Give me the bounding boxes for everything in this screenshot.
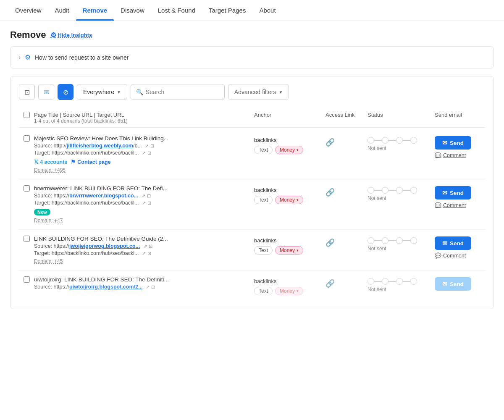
nav-lost-found[interactable]: Lost & Found: [151, 0, 202, 21]
anchor-word: backlinks: [254, 187, 326, 193]
hide-insights-button[interactable]: ⚙ Hide insights: [50, 31, 92, 39]
send-col: ✉ Send: [435, 276, 485, 291]
nav-audit[interactable]: Audit: [48, 0, 76, 21]
block-icon: ⊘: [63, 88, 68, 96]
step-line-3: [403, 240, 410, 241]
external-link-icon[interactable]: ↗: [145, 143, 149, 149]
money-tag[interactable]: Money ▾: [275, 196, 303, 204]
copy-icon: ⊡: [24, 88, 30, 96]
page-title-text: Remove: [10, 29, 46, 40]
step-line-1: [374, 190, 382, 191]
row-source: Source: https://uiwtoijroirg.blogspot.co…: [34, 284, 254, 290]
external-link-icon[interactable]: ↗: [142, 150, 146, 156]
source-link[interactable]: brwrrrwwerer.blogspot.co...: [69, 193, 138, 199]
money-tag[interactable]: Money ▾: [275, 146, 303, 154]
status-text: Not sent: [368, 286, 435, 292]
source-link[interactable]: jillfleisherblog.weebly.com: [67, 143, 133, 149]
text-tag[interactable]: Text: [254, 246, 273, 255]
step-line-3: [403, 281, 410, 282]
email-icon: ✉: [442, 240, 447, 247]
money-tag[interactable]: Money ▾: [275, 287, 303, 295]
source-link[interactable]: jwoijeigorwog.blogspot.co...: [69, 243, 140, 249]
anchor-tags: Text Money ▾: [254, 196, 326, 204]
text-tag[interactable]: Text: [254, 287, 273, 295]
external-link-icon[interactable]: ↗: [146, 284, 150, 290]
table-row: LINK BUILDING FOR SEO: The Definitive Gu…: [19, 230, 485, 270]
external-link-icon[interactable]: ↗: [142, 193, 145, 199]
location-dropdown[interactable]: Everywhere ▼: [77, 84, 127, 100]
search-input[interactable]: [146, 89, 219, 95]
copy-url-icon[interactable]: ⊡: [147, 150, 151, 156]
copy-url-icon[interactable]: ⊡: [151, 284, 155, 290]
copy-url-icon[interactable]: ⊡: [147, 200, 151, 206]
chain-link-icon[interactable]: 🔗: [326, 138, 335, 147]
header-access-link: Access Link: [326, 112, 368, 118]
copy-url-icon[interactable]: ⊡: [147, 251, 151, 256]
contact-badge[interactable]: ⚑ Contact page: [71, 159, 110, 165]
row-title: LINK BUILDING FOR SEO: The Definitive Gu…: [34, 236, 254, 242]
nav-disavow[interactable]: Disavow: [114, 0, 151, 21]
insight-box[interactable]: › ⚙ How to send request to a site owner: [10, 46, 494, 68]
anchor-word: backlinks: [254, 278, 326, 284]
anchor-col: backlinks Text Money ▾: [254, 276, 326, 295]
chevron-down-icon: ▾: [297, 248, 299, 252]
access-col: 🔗: [326, 276, 368, 288]
comment-link[interactable]: 💬 Comment: [435, 152, 466, 158]
row-meta: 𝕏 4 accounts ⚑ Contact page: [34, 159, 254, 165]
chevron-down-icon: ▾: [297, 289, 299, 293]
send-button[interactable]: ✉ Send: [435, 136, 471, 150]
row-source: Source: https://jwoijeigorwog.blogspot.c…: [34, 243, 254, 249]
external-link-icon[interactable]: ↗: [143, 244, 147, 249]
external-link-icon[interactable]: ↗: [142, 200, 146, 206]
send-button[interactable]: ✉ Send: [435, 277, 471, 291]
select-all-checkbox[interactable]: [24, 112, 30, 118]
send-button[interactable]: ✉ Send: [435, 236, 471, 250]
send-button[interactable]: ✉ Send: [435, 186, 471, 200]
status-text: Not sent: [368, 145, 435, 151]
send-all-button[interactable]: ✉: [38, 84, 54, 100]
row-checkbox[interactable]: [24, 236, 30, 242]
money-tag[interactable]: Money ▾: [275, 246, 303, 255]
copy-button[interactable]: ⊡: [19, 84, 35, 100]
accounts-badge[interactable]: 𝕏 4 accounts: [34, 159, 67, 165]
step-circle-3: [396, 187, 403, 194]
row-checkbox[interactable]: [24, 185, 30, 192]
step-line-1: [374, 281, 382, 282]
chain-link-icon[interactable]: 🔗: [326, 188, 335, 197]
advanced-filters-button[interactable]: Advanced filters ▼: [228, 84, 289, 100]
header-anchor: Anchor: [254, 112, 326, 118]
row-title: Majestic SEO Review: How Does This Link …: [34, 135, 254, 142]
source-link[interactable]: uiwtoijroirg.blogspot.com/2...: [69, 284, 142, 290]
nav-target-pages[interactable]: Target Pages: [202, 0, 252, 21]
row-main-col: LINK BUILDING FOR SEO: The Definitive Gu…: [34, 236, 254, 264]
status-col: Not sent: [368, 276, 435, 292]
row-domain: Domain: +495: [34, 167, 254, 173]
copy-url-icon[interactable]: ⊡: [150, 143, 154, 149]
text-tag[interactable]: Text: [254, 146, 273, 154]
row-checkbox[interactable]: [24, 276, 30, 283]
copy-url-icon[interactable]: ⊡: [147, 193, 151, 199]
anchor-word: backlinks: [254, 237, 326, 244]
page-content: Remove ⚙ Hide insights › ⚙ How to send r…: [0, 21, 504, 318]
step-line-2: [388, 281, 396, 282]
external-link-icon[interactable]: ↗: [142, 251, 146, 256]
insight-text: How to send request to a site owner: [35, 54, 129, 61]
url-icons: ↗ ⊡: [142, 150, 151, 156]
status-col: Not sent: [368, 236, 435, 252]
chain-link-icon[interactable]: 🔗: [326, 238, 335, 247]
flag-icon: ⚑: [71, 159, 76, 165]
nav-about[interactable]: About: [252, 0, 282, 21]
row-checkbox[interactable]: [24, 135, 30, 142]
step-circle-4: [410, 187, 417, 194]
block-button[interactable]: ⊘: [58, 84, 74, 100]
text-tag[interactable]: Text: [254, 196, 273, 204]
status-text: Not sent: [368, 246, 435, 252]
comment-link[interactable]: 💬 Comment: [435, 202, 466, 208]
nav-overview[interactable]: Overview: [8, 0, 48, 21]
copy-url-icon[interactable]: ⊡: [149, 244, 152, 249]
chain-link-icon[interactable]: 🔗: [326, 279, 335, 288]
advanced-filters-label: Advanced filters: [234, 89, 276, 95]
comment-link[interactable]: 💬 Comment: [435, 252, 466, 259]
row-title: uiwtoijroirg: LINK BUILDING FOR SEO: The…: [34, 276, 254, 283]
nav-remove[interactable]: Remove: [76, 0, 114, 21]
